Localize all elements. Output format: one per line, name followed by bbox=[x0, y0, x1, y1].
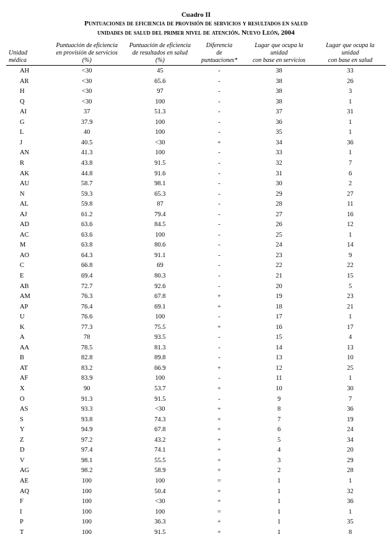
table-title-line1: Puntuaciones de eficiencia de provisión … bbox=[6, 19, 386, 27]
cell-ef-servicios: 63.6 bbox=[49, 230, 125, 240]
cell-unidad: L bbox=[6, 127, 49, 138]
table-row: X9053.7+1030 bbox=[6, 383, 386, 394]
cell-diferencia: - bbox=[195, 312, 243, 322]
cell-ef-salud: 100 bbox=[125, 230, 195, 240]
cell-ef-salud: 91.1 bbox=[125, 250, 195, 261]
col-unidad: Unidad médica bbox=[6, 40, 49, 66]
cell-unidad: Z bbox=[6, 435, 49, 445]
cell-ef-servicios: <30 bbox=[49, 76, 125, 86]
cell-lugar-salud: 1 bbox=[315, 117, 386, 128]
cell-unidad: H bbox=[6, 86, 49, 97]
cell-lugar-servicios: 36 bbox=[243, 117, 315, 128]
col-lugar-servicios: Lugar que ocupa la unidad con base en se… bbox=[243, 40, 315, 66]
cell-ef-servicios: 76.6 bbox=[49, 312, 125, 322]
cell-lugar-servicios: 20 bbox=[243, 281, 315, 291]
cell-ef-servicios: 44.8 bbox=[49, 168, 125, 178]
cell-unidad: AE bbox=[6, 476, 49, 486]
cell-lugar-salud: 20 bbox=[315, 445, 386, 455]
cell-unidad: AM bbox=[6, 291, 49, 302]
cell-diferencia: + bbox=[195, 404, 243, 414]
cell-diferencia: + bbox=[195, 363, 243, 374]
cell-lugar-salud: 32 bbox=[315, 486, 386, 496]
cell-ef-servicios: 100 bbox=[49, 527, 125, 535]
table-row: AF83.9100-111 bbox=[6, 373, 386, 383]
cell-ef-servicios: 40.5 bbox=[49, 138, 125, 148]
cell-ef-salud: <30 bbox=[125, 404, 195, 414]
cell-diferencia: - bbox=[195, 117, 243, 128]
cell-lugar-salud: 8 bbox=[315, 527, 386, 535]
table-row: H<3097-383 bbox=[6, 86, 386, 97]
cell-lugar-salud: 1 bbox=[315, 127, 386, 138]
cell-ef-salud: 93.5 bbox=[125, 332, 195, 343]
cell-ef-salud: 65.6 bbox=[125, 76, 195, 86]
cell-diferencia: - bbox=[195, 271, 243, 281]
cell-ef-servicios: 40 bbox=[49, 127, 125, 138]
cell-ef-servicios: <30 bbox=[49, 65, 125, 76]
cell-ef-salud: 74.1 bbox=[125, 445, 195, 455]
cell-lugar-salud: 13 bbox=[315, 343, 386, 353]
cell-ef-salud: 91.6 bbox=[125, 168, 195, 178]
cell-diferencia: - bbox=[195, 219, 243, 230]
table-body: AH<3045-3833AR<3065.6-3826H<3097-383Q<30… bbox=[6, 65, 386, 534]
cell-ef-salud: 43.2 bbox=[125, 435, 195, 445]
col-eficiencia-salud: Puntuación de eficiencia de resultados e… bbox=[125, 40, 195, 66]
cell-ef-servicios: 90 bbox=[49, 383, 125, 394]
cell-lugar-salud: 1 bbox=[315, 506, 386, 517]
cell-ef-salud: 36.3 bbox=[125, 517, 195, 527]
cell-lugar-servicios: 29 bbox=[243, 188, 315, 199]
cell-diferencia: = bbox=[195, 476, 243, 486]
cell-unidad: V bbox=[6, 455, 49, 466]
cell-diferencia: - bbox=[195, 240, 243, 250]
cell-lugar-servicios: 14 bbox=[243, 343, 315, 353]
cell-lugar-salud: 21 bbox=[315, 301, 386, 312]
cell-ef-salud: 100 bbox=[125, 476, 195, 486]
cell-unidad: AG bbox=[6, 465, 49, 476]
cell-lugar-salud: 35 bbox=[315, 517, 386, 527]
cell-unidad: AU bbox=[6, 178, 49, 189]
cell-ef-servicios: 59.3 bbox=[49, 188, 125, 199]
cell-unidad: AB bbox=[6, 281, 49, 291]
cell-unidad: S bbox=[6, 414, 49, 424]
cell-ef-salud: 67.8 bbox=[125, 291, 195, 302]
cell-ef-servicios: 100 bbox=[49, 517, 125, 527]
cell-unidad: R bbox=[6, 158, 49, 169]
cell-diferencia: - bbox=[195, 188, 243, 199]
cell-ef-salud: 89.8 bbox=[125, 352, 195, 363]
cell-ef-salud: 97 bbox=[125, 86, 195, 97]
cell-ef-servicios: 63.8 bbox=[49, 240, 125, 250]
cell-unidad: J bbox=[6, 138, 49, 148]
cell-ef-servicios: <30 bbox=[49, 97, 125, 107]
table-row: F100<30+136 bbox=[6, 496, 386, 507]
cell-lugar-servicios: 6 bbox=[243, 424, 315, 435]
table-row: I100100=11 bbox=[6, 506, 386, 517]
cell-lugar-servicios: 1 bbox=[243, 506, 315, 517]
table-row: P10036.3+135 bbox=[6, 517, 386, 527]
cell-ef-servicios: 78 bbox=[49, 332, 125, 343]
cell-unidad: AS bbox=[6, 404, 49, 414]
cell-lugar-servicios: 1 bbox=[243, 486, 315, 496]
cell-lugar-salud: 9 bbox=[315, 250, 386, 261]
table-row: AR<3065.6-3826 bbox=[6, 76, 386, 86]
cell-lugar-salud: 1 bbox=[315, 97, 386, 107]
cell-lugar-servicios: 38 bbox=[243, 86, 315, 97]
data-table: Unidad médica Puntuación de eficiencia e… bbox=[6, 40, 386, 534]
cell-lugar-servicios: 35 bbox=[243, 127, 315, 138]
cell-diferencia: + bbox=[195, 517, 243, 527]
table-row: AQ10050.4+132 bbox=[6, 486, 386, 496]
cell-diferencia: + bbox=[195, 435, 243, 445]
cell-lugar-salud: 11 bbox=[315, 199, 386, 209]
cell-diferencia: + bbox=[195, 138, 243, 148]
cell-ef-servicios: 59.8 bbox=[49, 199, 125, 209]
cell-ef-salud: 53.7 bbox=[125, 383, 195, 394]
cell-unidad: A bbox=[6, 332, 49, 343]
table-row: AA78.581.3-1413 bbox=[6, 343, 386, 353]
table-row: G37.9100-361 bbox=[6, 117, 386, 128]
cell-lugar-servicios: 1 bbox=[243, 527, 315, 535]
table-row: AC63.6100-251 bbox=[6, 230, 386, 240]
cell-ef-salud: 100 bbox=[125, 312, 195, 322]
cell-diferencia: - bbox=[195, 168, 243, 178]
cell-lugar-salud: 26 bbox=[315, 76, 386, 86]
cell-lugar-servicios: 19 bbox=[243, 291, 315, 302]
cell-lugar-servicios: 18 bbox=[243, 301, 315, 312]
table-row: N59.365.3-2927 bbox=[6, 188, 386, 199]
